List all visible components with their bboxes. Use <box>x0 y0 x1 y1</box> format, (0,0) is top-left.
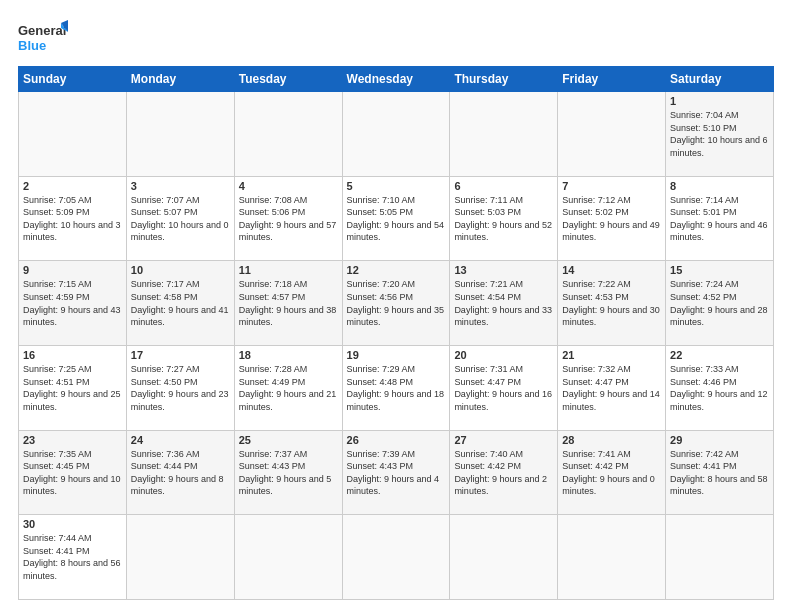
day-info: Sunrise: 7:10 AM Sunset: 5:05 PM Dayligh… <box>347 194 446 244</box>
header: General Blue <box>18 18 774 56</box>
calendar-cell: 25Sunrise: 7:37 AM Sunset: 4:43 PM Dayli… <box>234 430 342 515</box>
calendar-cell: 11Sunrise: 7:18 AM Sunset: 4:57 PM Dayli… <box>234 261 342 346</box>
day-info: Sunrise: 7:27 AM Sunset: 4:50 PM Dayligh… <box>131 363 230 413</box>
day-number: 21 <box>562 349 661 361</box>
day-number: 6 <box>454 180 553 192</box>
calendar-cell: 20Sunrise: 7:31 AM Sunset: 4:47 PM Dayli… <box>450 345 558 430</box>
day-info: Sunrise: 7:24 AM Sunset: 4:52 PM Dayligh… <box>670 278 769 328</box>
day-number: 13 <box>454 264 553 276</box>
svg-text:General: General <box>18 23 66 38</box>
calendar-cell: 27Sunrise: 7:40 AM Sunset: 4:42 PM Dayli… <box>450 430 558 515</box>
day-number: 16 <box>23 349 122 361</box>
day-info: Sunrise: 7:08 AM Sunset: 5:06 PM Dayligh… <box>239 194 338 244</box>
calendar-cell <box>450 92 558 177</box>
calendar-cell: 19Sunrise: 7:29 AM Sunset: 4:48 PM Dayli… <box>342 345 450 430</box>
calendar-cell <box>342 515 450 600</box>
calendar-cell: 23Sunrise: 7:35 AM Sunset: 4:45 PM Dayli… <box>19 430 127 515</box>
day-info: Sunrise: 7:35 AM Sunset: 4:45 PM Dayligh… <box>23 448 122 498</box>
day-info: Sunrise: 7:36 AM Sunset: 4:44 PM Dayligh… <box>131 448 230 498</box>
day-info: Sunrise: 7:11 AM Sunset: 5:03 PM Dayligh… <box>454 194 553 244</box>
day-number: 14 <box>562 264 661 276</box>
day-info: Sunrise: 7:17 AM Sunset: 4:58 PM Dayligh… <box>131 278 230 328</box>
calendar-cell <box>126 92 234 177</box>
calendar-cell <box>558 92 666 177</box>
calendar-cell <box>666 515 774 600</box>
day-info: Sunrise: 7:32 AM Sunset: 4:47 PM Dayligh… <box>562 363 661 413</box>
day-number: 25 <box>239 434 338 446</box>
day-info: Sunrise: 7:18 AM Sunset: 4:57 PM Dayligh… <box>239 278 338 328</box>
day-number: 8 <box>670 180 769 192</box>
calendar-cell: 17Sunrise: 7:27 AM Sunset: 4:50 PM Dayli… <box>126 345 234 430</box>
calendar-cell: 28Sunrise: 7:41 AM Sunset: 4:42 PM Dayli… <box>558 430 666 515</box>
calendar-cell: 26Sunrise: 7:39 AM Sunset: 4:43 PM Dayli… <box>342 430 450 515</box>
calendar-week-row: 2Sunrise: 7:05 AM Sunset: 5:09 PM Daylig… <box>19 176 774 261</box>
weekday-header: Sunday <box>19 67 127 92</box>
calendar-cell: 13Sunrise: 7:21 AM Sunset: 4:54 PM Dayli… <box>450 261 558 346</box>
day-number: 17 <box>131 349 230 361</box>
day-info: Sunrise: 7:41 AM Sunset: 4:42 PM Dayligh… <box>562 448 661 498</box>
day-number: 26 <box>347 434 446 446</box>
calendar-cell: 30Sunrise: 7:44 AM Sunset: 4:41 PM Dayli… <box>19 515 127 600</box>
calendar-week-row: 16Sunrise: 7:25 AM Sunset: 4:51 PM Dayli… <box>19 345 774 430</box>
calendar-cell: 6Sunrise: 7:11 AM Sunset: 5:03 PM Daylig… <box>450 176 558 261</box>
day-number: 4 <box>239 180 338 192</box>
calendar-cell <box>19 92 127 177</box>
day-number: 28 <box>562 434 661 446</box>
day-number: 22 <box>670 349 769 361</box>
calendar-week-row: 23Sunrise: 7:35 AM Sunset: 4:45 PM Dayli… <box>19 430 774 515</box>
day-info: Sunrise: 7:31 AM Sunset: 4:47 PM Dayligh… <box>454 363 553 413</box>
day-number: 1 <box>670 95 769 107</box>
weekday-header: Tuesday <box>234 67 342 92</box>
day-info: Sunrise: 7:42 AM Sunset: 4:41 PM Dayligh… <box>670 448 769 498</box>
calendar-week-row: 9Sunrise: 7:15 AM Sunset: 4:59 PM Daylig… <box>19 261 774 346</box>
day-info: Sunrise: 7:40 AM Sunset: 4:42 PM Dayligh… <box>454 448 553 498</box>
calendar-cell: 29Sunrise: 7:42 AM Sunset: 4:41 PM Dayli… <box>666 430 774 515</box>
day-number: 12 <box>347 264 446 276</box>
calendar-cell <box>126 515 234 600</box>
weekday-header: Saturday <box>666 67 774 92</box>
calendar-cell: 24Sunrise: 7:36 AM Sunset: 4:44 PM Dayli… <box>126 430 234 515</box>
logo: General Blue <box>18 18 68 56</box>
day-number: 3 <box>131 180 230 192</box>
calendar-cell: 8Sunrise: 7:14 AM Sunset: 5:01 PM Daylig… <box>666 176 774 261</box>
day-info: Sunrise: 7:25 AM Sunset: 4:51 PM Dayligh… <box>23 363 122 413</box>
day-info: Sunrise: 7:44 AM Sunset: 4:41 PM Dayligh… <box>23 532 122 582</box>
calendar-cell: 10Sunrise: 7:17 AM Sunset: 4:58 PM Dayli… <box>126 261 234 346</box>
day-info: Sunrise: 7:28 AM Sunset: 4:49 PM Dayligh… <box>239 363 338 413</box>
day-info: Sunrise: 7:14 AM Sunset: 5:01 PM Dayligh… <box>670 194 769 244</box>
weekday-header: Friday <box>558 67 666 92</box>
calendar-cell <box>234 515 342 600</box>
calendar-cell: 2Sunrise: 7:05 AM Sunset: 5:09 PM Daylig… <box>19 176 127 261</box>
calendar-cell: 3Sunrise: 7:07 AM Sunset: 5:07 PM Daylig… <box>126 176 234 261</box>
page: General Blue SundayMondayTuesdayWednesda… <box>0 0 792 612</box>
day-number: 30 <box>23 518 122 530</box>
calendar-cell: 15Sunrise: 7:24 AM Sunset: 4:52 PM Dayli… <box>666 261 774 346</box>
weekday-header: Monday <box>126 67 234 92</box>
day-number: 29 <box>670 434 769 446</box>
day-info: Sunrise: 7:20 AM Sunset: 4:56 PM Dayligh… <box>347 278 446 328</box>
day-number: 7 <box>562 180 661 192</box>
calendar-cell: 7Sunrise: 7:12 AM Sunset: 5:02 PM Daylig… <box>558 176 666 261</box>
calendar-cell: 21Sunrise: 7:32 AM Sunset: 4:47 PM Dayli… <box>558 345 666 430</box>
weekday-header-row: SundayMondayTuesdayWednesdayThursdayFrid… <box>19 67 774 92</box>
weekday-header: Wednesday <box>342 67 450 92</box>
calendar-cell: 12Sunrise: 7:20 AM Sunset: 4:56 PM Dayli… <box>342 261 450 346</box>
day-info: Sunrise: 7:37 AM Sunset: 4:43 PM Dayligh… <box>239 448 338 498</box>
day-info: Sunrise: 7:33 AM Sunset: 4:46 PM Dayligh… <box>670 363 769 413</box>
day-number: 2 <box>23 180 122 192</box>
day-number: 15 <box>670 264 769 276</box>
day-info: Sunrise: 7:15 AM Sunset: 4:59 PM Dayligh… <box>23 278 122 328</box>
calendar-cell <box>342 92 450 177</box>
day-number: 10 <box>131 264 230 276</box>
logo-svg: General Blue <box>18 18 68 56</box>
calendar-cell: 5Sunrise: 7:10 AM Sunset: 5:05 PM Daylig… <box>342 176 450 261</box>
calendar-table: SundayMondayTuesdayWednesdayThursdayFrid… <box>18 66 774 600</box>
day-info: Sunrise: 7:05 AM Sunset: 5:09 PM Dayligh… <box>23 194 122 244</box>
calendar-cell: 16Sunrise: 7:25 AM Sunset: 4:51 PM Dayli… <box>19 345 127 430</box>
day-number: 27 <box>454 434 553 446</box>
day-number: 11 <box>239 264 338 276</box>
day-info: Sunrise: 7:12 AM Sunset: 5:02 PM Dayligh… <box>562 194 661 244</box>
calendar-week-row: 1Sunrise: 7:04 AM Sunset: 5:10 PM Daylig… <box>19 92 774 177</box>
day-number: 5 <box>347 180 446 192</box>
calendar-cell <box>450 515 558 600</box>
